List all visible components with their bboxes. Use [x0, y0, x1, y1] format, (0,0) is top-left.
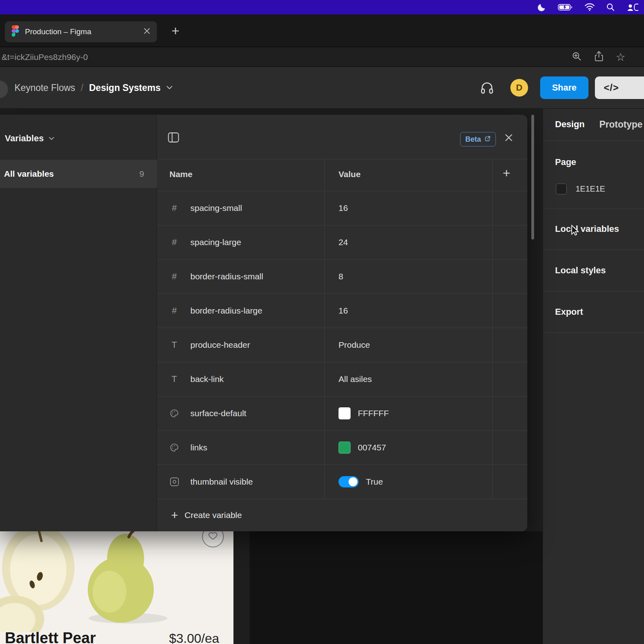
variable-value[interactable]: 16 — [339, 306, 348, 316]
boolean-toggle[interactable] — [339, 476, 359, 487]
panel-section-export[interactable]: Export — [543, 291, 644, 333]
variable-row-spacing-large[interactable]: #spacing-large24 — [157, 225, 527, 260]
user-avatar[interactable]: D — [510, 79, 528, 97]
image-variable-icon — [169, 477, 180, 487]
variable-row-produce-header[interactable]: Tproduce-headerProduce — [157, 328, 527, 362]
variable-name[interactable]: back-link — [190, 374, 224, 384]
external-link-icon — [485, 135, 491, 144]
variables-collection-dropdown[interactable]: Variables — [5, 133, 54, 144]
variable-name[interactable]: surface-default — [190, 409, 246, 418]
breadcrumb-project[interactable]: Keynote Flows — [14, 83, 75, 93]
number-variable-icon: # — [169, 305, 180, 316]
beta-badge[interactable]: Beta — [460, 132, 496, 147]
variables-table: Beta Name Value + #spacing-small16#spaci… — [157, 115, 527, 531]
variable-value-cell: All asiles — [339, 374, 372, 384]
variable-row-back-link[interactable]: Tback-linkAll asiles — [157, 362, 527, 396]
variable-row-spacing-small[interactable]: #spacing-small16 — [157, 191, 527, 225]
chevron-down-icon[interactable] — [166, 84, 173, 91]
page-color-value[interactable]: 1E1E1E — [576, 184, 605, 194]
audio-headphones-icon[interactable] — [480, 80, 494, 97]
figma-favicon-icon — [11, 25, 19, 39]
share-page-icon[interactable] — [594, 51, 604, 64]
color-swatch[interactable] — [339, 407, 351, 419]
mouse-cursor — [569, 225, 581, 239]
variable-value: True — [366, 477, 383, 487]
page-color-row[interactable]: 1E1E1E — [556, 184, 605, 194]
new-tab-button[interactable]: + — [167, 20, 184, 41]
tab-close-icon[interactable] — [143, 27, 151, 36]
variables-rows: #spacing-small16#spacing-large24#border-… — [157, 191, 527, 499]
variable-row-surface-default[interactable]: surface-defaultFFFFFF — [157, 396, 527, 431]
variables-title: Variables — [5, 133, 44, 144]
variable-row-border-radius-large[interactable]: #border-radius-large16 — [157, 294, 527, 328]
variable-name[interactable]: spacing-large — [190, 237, 241, 247]
page-zoom-icon[interactable] — [572, 51, 582, 63]
right-design-panel: Design Prototype Page 1E1E1E Local varia… — [543, 109, 644, 644]
page-section-label: Page — [555, 157, 576, 167]
variable-row-thumbnail-visible[interactable]: thumbnail visibleTrue — [157, 465, 527, 499]
number-variable-icon: # — [169, 203, 180, 213]
variables-panel: Variables All variables 9 Beta — [0, 115, 527, 531]
toggle-knob — [349, 477, 357, 486]
panel-section-local-variables[interactable]: Local variables — [543, 208, 644, 250]
focus-moon-icon[interactable] — [537, 2, 547, 12]
control-center-icon[interactable] — [626, 3, 638, 12]
spotlight-search-icon[interactable] — [606, 3, 615, 12]
variable-value-cell: 8 — [339, 272, 343, 281]
sidebar-item-all-variables[interactable]: All variables 9 — [0, 160, 157, 188]
variable-name[interactable]: border-radius-large — [190, 306, 262, 316]
create-variable-button[interactable]: + Create variable — [157, 499, 527, 531]
add-variable-icon[interactable]: + — [503, 166, 510, 181]
browser-tab-bar: Production – Figma + — [0, 14, 644, 47]
variable-value-cell: Produce — [339, 340, 370, 350]
variable-name[interactable]: links — [190, 443, 207, 452]
dev-mode-toggle[interactable]: </> — [595, 76, 644, 99]
browser-tab-production-figma[interactable]: Production – Figma — [5, 21, 157, 42]
page-color-swatch[interactable] — [556, 184, 567, 194]
panel-sections: Local variablesLocal stylesExport — [543, 208, 644, 333]
variable-value[interactable]: Produce — [339, 340, 370, 350]
variable-name[interactable]: thumbnail visible — [190, 477, 253, 487]
browser-url-bar[interactable]: &t=ickZiiuPes8zh96y-0 ☆ — [0, 47, 644, 67]
vertical-scrollbar[interactable] — [531, 115, 534, 239]
variable-name[interactable]: spacing-small — [190, 203, 242, 213]
variable-row-border-radius-small[interactable]: #border-radius-small8 — [157, 260, 527, 294]
variable-value[interactable]: 24 — [339, 237, 348, 247]
pear-product-image — [0, 531, 233, 632]
chevron-down-icon — [49, 135, 54, 142]
toggle-sidebar-icon[interactable] — [168, 132, 179, 144]
tab-prototype[interactable]: Prototype — [599, 119, 642, 130]
variable-row-links[interactable]: links007457 — [157, 431, 527, 465]
panel-tabs: Design Prototype — [543, 109, 644, 141]
tab-title: Production – Figma — [25, 27, 138, 36]
variable-value[interactable]: 007457 — [358, 443, 386, 452]
variable-value[interactable]: FFFFFF — [358, 409, 389, 418]
text-variable-icon: T — [169, 340, 180, 350]
page-section: Page 1E1E1E — [543, 141, 644, 208]
column-header-name: Name — [169, 169, 192, 179]
battery-icon[interactable] — [558, 3, 573, 11]
figma-toolbar: Keynote Flows / Design Systems D Share <… — [0, 67, 644, 109]
tab-design[interactable]: Design — [555, 119, 584, 130]
url-text[interactable]: &t=ickZiiuPes8zh96y-0 — [0, 52, 88, 62]
create-variable-label: Create variable — [185, 510, 242, 520]
breadcrumb-file[interactable]: Design Systems — [89, 83, 161, 93]
variable-value[interactable]: 16 — [339, 203, 348, 213]
variable-value[interactable]: 8 — [339, 272, 343, 281]
breadcrumb-separator: / — [81, 83, 83, 93]
bookmark-star-icon[interactable]: ☆ — [616, 52, 625, 63]
variable-value-cell: True — [339, 476, 383, 487]
variable-name[interactable]: produce-header — [190, 340, 250, 350]
panel-section-local-styles[interactable]: Local styles — [543, 250, 644, 291]
variable-value[interactable]: All asiles — [339, 374, 372, 384]
close-panel-icon[interactable] — [504, 133, 513, 144]
breadcrumb: Keynote Flows / Design Systems — [14, 67, 173, 109]
all-variables-label: All variables — [4, 169, 139, 179]
variable-value-cell: 24 — [339, 237, 348, 247]
product-card[interactable]: Bartlett Pear $3.00/ea — [0, 531, 233, 644]
share-button[interactable]: Share — [540, 76, 588, 99]
color-swatch[interactable] — [339, 442, 351, 454]
main-menu-partial-button[interactable] — [0, 80, 8, 98]
variable-name[interactable]: border-radius-small — [190, 272, 263, 281]
wifi-icon[interactable] — [584, 3, 595, 11]
